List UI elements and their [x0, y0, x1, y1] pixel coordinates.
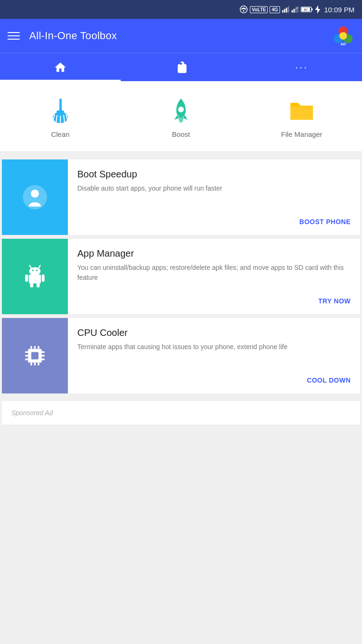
boost-label: Boost — [172, 130, 190, 138]
svg-rect-54 — [42, 351, 45, 353]
app-manager-icon-bg[interactable] — [2, 239, 68, 314]
app-manager-content: App Manager You can uninstall/backup app… — [68, 239, 360, 314]
app-manager-card: App Manager You can uninstall/backup app… — [2, 239, 360, 314]
boost-icon — [167, 96, 195, 125]
boot-speedup-icon — [21, 183, 49, 211]
svg-rect-46 — [34, 346, 35, 349]
cpu-cooler-action: COOL DOWN — [77, 375, 351, 386]
signal-r-icon: R — [291, 6, 299, 13]
sponsored-label: Sponsored Ad — [11, 409, 53, 417]
boost-phone-button[interactable]: BOOST PHONE — [299, 216, 351, 227]
svg-text:AD: AD — [340, 42, 346, 46]
signal-icon — [282, 6, 289, 13]
svg-rect-41 — [30, 283, 33, 287]
clean-label: Clean — [51, 130, 69, 138]
battery-icon: 80 — [301, 6, 313, 13]
file-manager-icon-container — [287, 95, 317, 125]
boost-icon-container — [166, 95, 196, 125]
cpu-cooler-description: Terminate apps that causing hot issues t… — [77, 342, 351, 352]
svg-rect-52 — [25, 355, 28, 356]
app-manager-title: App Manager — [77, 248, 351, 259]
status-bar: VoLTE 4G R 80 10:09 PM — [0, 0, 362, 19]
tab-home[interactable] — [0, 53, 121, 81]
tab-briefcase[interactable] — [121, 53, 241, 81]
svg-rect-42 — [36, 283, 40, 287]
svg-rect-49 — [34, 363, 35, 366]
wifi-icon — [239, 5, 248, 14]
svg-rect-45 — [31, 346, 32, 349]
svg-point-36 — [32, 269, 33, 271]
svg-point-0 — [240, 6, 247, 13]
app-manager-icon — [21, 262, 49, 291]
boot-speedup-icon-bg[interactable] — [2, 159, 68, 235]
quick-action-boost[interactable]: Boost — [121, 95, 241, 138]
home-icon — [54, 61, 67, 74]
menu-button[interactable] — [8, 32, 20, 40]
cards-container: Boot Speedup Disable auto start apps, yo… — [0, 152, 362, 401]
cpu-cooler-card: CPU Cooler Terminate apps that causing h… — [2, 318, 360, 393]
quick-actions: Clean Boost File Manager — [0, 81, 362, 152]
pinwheel-svg: AD — [333, 25, 354, 46]
sponsored-ad: Sponsored Ad — [2, 401, 360, 425]
ad-icon[interactable]: AD — [332, 25, 354, 47]
svg-rect-50 — [38, 363, 39, 366]
app-manager-description: You can uninstall/backup apps; restore/d… — [77, 263, 351, 283]
svg-point-30 — [179, 115, 183, 123]
cpu-cooler-content: CPU Cooler Terminate apps that causing h… — [68, 318, 360, 393]
svg-rect-6 — [291, 10, 293, 12]
toolbar: All-In-One Toolbox AD — [0, 19, 362, 53]
try-now-button[interactable]: TRY NOW — [318, 295, 351, 307]
svg-point-32 — [31, 190, 39, 198]
clean-icon — [46, 96, 74, 125]
svg-rect-53 — [25, 359, 28, 360]
svg-rect-12 — [312, 8, 313, 10]
volte-badge: VoLTE — [250, 6, 268, 13]
svg-rect-5 — [288, 6, 289, 12]
svg-rect-3 — [284, 9, 285, 13]
svg-rect-4 — [286, 8, 287, 13]
svg-rect-51 — [25, 351, 28, 353]
svg-rect-7 — [293, 9, 295, 13]
boot-speedup-title: Boot Speedup — [77, 169, 351, 180]
status-time: 10:09 PM — [324, 6, 354, 14]
boot-speedup-description: Disable auto start apps, your phone will… — [77, 184, 351, 193]
svg-rect-47 — [38, 346, 39, 349]
svg-point-19 — [339, 32, 347, 40]
svg-text:R: R — [296, 7, 298, 9]
status-icons: VoLTE 4G R 80 10:09 PM — [239, 5, 354, 14]
app-title: All-In-One Toolbox — [29, 30, 332, 42]
boot-speedup-content: Boot Speedup Disable auto start apps, yo… — [68, 159, 360, 235]
svg-marker-15 — [315, 5, 320, 14]
charging-icon — [315, 5, 321, 14]
4g-badge: 4G — [270, 6, 280, 13]
more-dots: ··· — [295, 61, 308, 74]
svg-rect-2 — [282, 10, 283, 12]
quick-action-file-manager[interactable]: File Manager — [241, 95, 362, 138]
boot-speedup-action: BOOST PHONE — [77, 216, 351, 227]
cpu-cooler-icon-bg[interactable] — [2, 318, 68, 393]
briefcase-icon — [174, 61, 188, 74]
svg-rect-38 — [29, 275, 41, 284]
svg-rect-55 — [42, 355, 45, 356]
cool-down-button[interactable]: COOL DOWN — [307, 375, 351, 386]
svg-rect-39 — [25, 275, 28, 282]
svg-rect-48 — [31, 363, 32, 366]
svg-rect-28 — [57, 110, 64, 113]
boot-speedup-card: Boot Speedup Disable auto start apps, yo… — [2, 159, 360, 235]
clean-icon-container — [45, 95, 75, 125]
svg-point-35 — [29, 267, 41, 275]
svg-point-37 — [36, 269, 38, 271]
file-manager-icon — [288, 96, 316, 125]
nav-tabs: ··· — [0, 53, 362, 81]
svg-point-29 — [178, 107, 184, 112]
svg-rect-21 — [59, 99, 62, 112]
tab-more[interactable]: ··· — [241, 53, 362, 81]
cpu-cooler-icon — [21, 342, 49, 370]
svg-text:80: 80 — [304, 8, 308, 11]
svg-rect-56 — [42, 359, 45, 360]
svg-point-1 — [243, 10, 245, 12]
file-manager-label: File Manager — [281, 130, 322, 138]
quick-action-clean[interactable]: Clean — [0, 95, 121, 138]
app-manager-action: TRY NOW — [77, 295, 351, 307]
svg-rect-40 — [42, 275, 45, 282]
